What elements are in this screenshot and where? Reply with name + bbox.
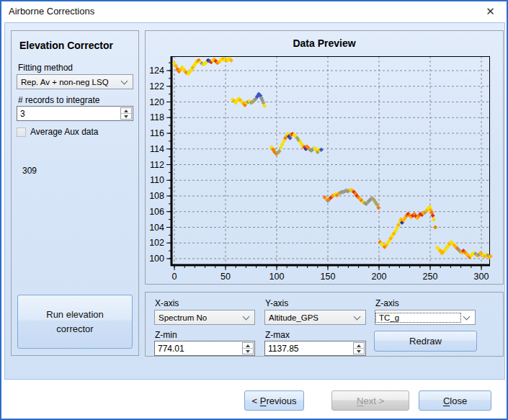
elevation-corrector-group: Elevation Corrector Fitting method Rep. … <box>11 30 139 356</box>
z-min-value: 774.01 <box>158 344 184 354</box>
svg-text:110: 110 <box>150 175 164 185</box>
x-axis-select[interactable]: Spectrum No <box>154 310 255 325</box>
run-button-label: Run elevation corrector <box>32 308 117 336</box>
fitting-method-label: Fitting method <box>18 63 73 73</box>
svg-text:0: 0 <box>172 272 177 282</box>
group-heading: Elevation Corrector <box>19 40 113 51</box>
next-label: Next > <box>357 396 384 406</box>
close-label: Close <box>443 396 467 406</box>
fitting-method-select[interactable]: Rep. Av + non-neg LSQ <box>17 74 133 89</box>
previous-label: < Previous <box>252 396 297 406</box>
records-input[interactable]: 3 <box>17 106 133 121</box>
z-max-spinner[interactable] <box>353 342 365 354</box>
records-value: 3 <box>20 109 25 119</box>
average-aux-checkbox[interactable] <box>17 128 26 137</box>
x-axis-value: Spectrum No <box>155 313 241 322</box>
svg-text:100: 100 <box>269 272 285 282</box>
redraw-button[interactable]: Redraw <box>374 331 477 352</box>
chevron-down-icon <box>121 77 128 84</box>
records-label: # records to integrate <box>18 95 99 105</box>
z-axis-select[interactable]: TC_g <box>375 310 476 325</box>
record-count: 309 <box>22 166 37 176</box>
chevron-down-icon <box>463 313 471 320</box>
spin-down-icon[interactable] <box>354 349 364 354</box>
airborne-corrections-dialog: Airborne Corrections ✕ Elevation Correct… <box>0 0 508 420</box>
svg-text:104: 104 <box>149 223 164 233</box>
svg-text:200: 200 <box>372 272 387 282</box>
svg-text:150: 150 <box>321 272 336 282</box>
next-button: Next > <box>331 390 409 411</box>
y-axis-label: Y-axis <box>265 298 288 308</box>
close-window-button[interactable]: Close <box>419 390 491 411</box>
z-max-value: 1137.85 <box>268 344 299 354</box>
z-max-input[interactable]: 1137.85 <box>264 341 366 356</box>
x-axis-label: X-axis <box>155 298 179 308</box>
chevron-down-icon <box>354 313 361 320</box>
y-axis-value: Altitude_GPS <box>265 313 352 322</box>
average-aux-row: Average Aux data <box>17 127 99 137</box>
run-elevation-corrector-button[interactable]: Run elevation corrector <box>17 295 133 349</box>
svg-text:120: 120 <box>149 97 164 107</box>
spin-down-icon[interactable] <box>243 349 253 354</box>
svg-text:50: 50 <box>220 272 231 282</box>
spin-down-icon[interactable] <box>121 114 131 119</box>
records-spinner[interactable] <box>120 107 132 120</box>
spin-up-icon[interactable] <box>243 343 253 349</box>
z-axis-value: TC_g <box>375 313 461 323</box>
svg-text:108: 108 <box>149 191 164 201</box>
y-axis-select[interactable]: Altitude_GPS <box>264 310 366 325</box>
z-min-input[interactable]: 774.01 <box>154 341 255 356</box>
z-min-spinner[interactable] <box>242 342 254 354</box>
close-icon: ✕ <box>486 6 495 17</box>
average-aux-label: Average Aux data <box>30 127 99 137</box>
content-panel: Elevation Corrector Fitting method Rep. … <box>4 22 505 380</box>
svg-text:106: 106 <box>149 207 164 217</box>
svg-text:122: 122 <box>149 81 164 91</box>
svg-text:300: 300 <box>474 272 489 282</box>
fitting-method-value: Rep. Av + non-neg LSQ <box>17 78 119 86</box>
svg-text:112: 112 <box>150 160 164 170</box>
svg-text:102: 102 <box>149 238 164 248</box>
spin-up-icon[interactable] <box>121 108 131 114</box>
titlebar: Airborne Corrections ✕ <box>1 1 507 21</box>
axis-controls-group: X-axis Y-axis Z-axis Spectrum No Altitud… <box>145 292 504 357</box>
chevron-down-icon <box>243 313 250 320</box>
z-min-label: Z-min <box>155 330 177 340</box>
data-preview-group: Data Preview 100102104106108110112114116… <box>145 30 504 285</box>
z-axis-label: Z-axis <box>375 298 399 308</box>
z-max-label: Z-max <box>265 330 290 340</box>
svg-text:118: 118 <box>150 112 164 122</box>
redraw-label: Redraw <box>409 336 442 347</box>
preview-plot: 1001021041061081101121141161181201221240… <box>146 31 503 284</box>
window-title: Airborne Corrections <box>9 6 94 17</box>
svg-text:100: 100 <box>149 254 164 264</box>
svg-text:114: 114 <box>150 144 164 154</box>
svg-text:124: 124 <box>149 66 164 76</box>
close-button[interactable]: ✕ <box>474 1 507 21</box>
spin-up-icon[interactable] <box>354 343 364 349</box>
previous-button[interactable]: < Previous <box>244 390 304 411</box>
svg-text:250: 250 <box>423 272 438 282</box>
svg-text:116: 116 <box>150 128 164 138</box>
